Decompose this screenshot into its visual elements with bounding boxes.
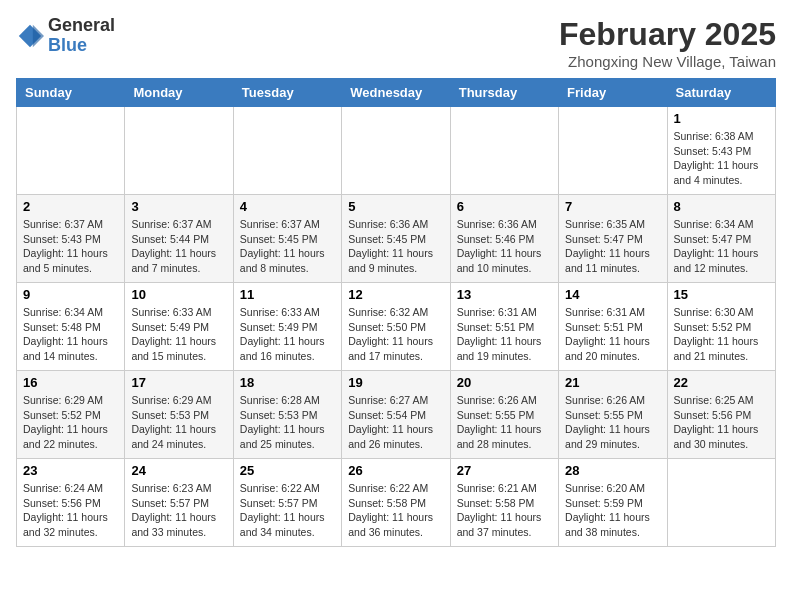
calendar-cell: 27 Sunrise: 6:21 AMSunset: 5:58 PMDaylig… <box>450 459 558 547</box>
day-number: 27 <box>457 463 552 478</box>
calendar-cell <box>559 107 667 195</box>
day-info: Sunrise: 6:30 AMSunset: 5:52 PMDaylight:… <box>674 306 759 362</box>
weekday-header-row: SundayMondayTuesdayWednesdayThursdayFrid… <box>17 79 776 107</box>
day-info: Sunrise: 6:23 AMSunset: 5:57 PMDaylight:… <box>131 482 216 538</box>
day-number: 17 <box>131 375 226 390</box>
calendar-cell: 4 Sunrise: 6:37 AMSunset: 5:45 PMDayligh… <box>233 195 341 283</box>
calendar-cell <box>342 107 450 195</box>
day-info: Sunrise: 6:26 AMSunset: 5:55 PMDaylight:… <box>565 394 650 450</box>
weekday-header-saturday: Saturday <box>667 79 775 107</box>
calendar-cell: 28 Sunrise: 6:20 AMSunset: 5:59 PMDaylig… <box>559 459 667 547</box>
day-info: Sunrise: 6:21 AMSunset: 5:58 PMDaylight:… <box>457 482 542 538</box>
day-info: Sunrise: 6:27 AMSunset: 5:54 PMDaylight:… <box>348 394 433 450</box>
day-number: 5 <box>348 199 443 214</box>
calendar-cell: 21 Sunrise: 6:26 AMSunset: 5:55 PMDaylig… <box>559 371 667 459</box>
day-number: 19 <box>348 375 443 390</box>
logo-icon <box>16 22 44 50</box>
svg-marker-1 <box>33 25 44 47</box>
calendar-cell: 25 Sunrise: 6:22 AMSunset: 5:57 PMDaylig… <box>233 459 341 547</box>
day-number: 23 <box>23 463 118 478</box>
day-info: Sunrise: 6:22 AMSunset: 5:57 PMDaylight:… <box>240 482 325 538</box>
day-info: Sunrise: 6:31 AMSunset: 5:51 PMDaylight:… <box>565 306 650 362</box>
weekday-header-thursday: Thursday <box>450 79 558 107</box>
day-number: 26 <box>348 463 443 478</box>
calendar-cell: 8 Sunrise: 6:34 AMSunset: 5:47 PMDayligh… <box>667 195 775 283</box>
day-info: Sunrise: 6:33 AMSunset: 5:49 PMDaylight:… <box>131 306 216 362</box>
calendar-cell: 16 Sunrise: 6:29 AMSunset: 5:52 PMDaylig… <box>17 371 125 459</box>
day-info: Sunrise: 6:35 AMSunset: 5:47 PMDaylight:… <box>565 218 650 274</box>
weekday-header-wednesday: Wednesday <box>342 79 450 107</box>
day-info: Sunrise: 6:37 AMSunset: 5:43 PMDaylight:… <box>23 218 108 274</box>
calendar-cell: 10 Sunrise: 6:33 AMSunset: 5:49 PMDaylig… <box>125 283 233 371</box>
day-info: Sunrise: 6:36 AMSunset: 5:46 PMDaylight:… <box>457 218 542 274</box>
day-number: 22 <box>674 375 769 390</box>
calendar-cell: 23 Sunrise: 6:24 AMSunset: 5:56 PMDaylig… <box>17 459 125 547</box>
day-info: Sunrise: 6:37 AMSunset: 5:44 PMDaylight:… <box>131 218 216 274</box>
day-info: Sunrise: 6:34 AMSunset: 5:47 PMDaylight:… <box>674 218 759 274</box>
day-number: 18 <box>240 375 335 390</box>
calendar-cell: 7 Sunrise: 6:35 AMSunset: 5:47 PMDayligh… <box>559 195 667 283</box>
title-section: February 2025 Zhongxing New Village, Tai… <box>559 16 776 70</box>
calendar-week-5: 23 Sunrise: 6:24 AMSunset: 5:56 PMDaylig… <box>17 459 776 547</box>
day-number: 25 <box>240 463 335 478</box>
day-number: 7 <box>565 199 660 214</box>
day-number: 2 <box>23 199 118 214</box>
calendar-cell: 3 Sunrise: 6:37 AMSunset: 5:44 PMDayligh… <box>125 195 233 283</box>
location-subtitle: Zhongxing New Village, Taiwan <box>559 53 776 70</box>
calendar-cell: 15 Sunrise: 6:30 AMSunset: 5:52 PMDaylig… <box>667 283 775 371</box>
day-info: Sunrise: 6:22 AMSunset: 5:58 PMDaylight:… <box>348 482 433 538</box>
calendar-cell: 6 Sunrise: 6:36 AMSunset: 5:46 PMDayligh… <box>450 195 558 283</box>
calendar-cell: 22 Sunrise: 6:25 AMSunset: 5:56 PMDaylig… <box>667 371 775 459</box>
weekday-header-monday: Monday <box>125 79 233 107</box>
day-number: 10 <box>131 287 226 302</box>
calendar-cell: 20 Sunrise: 6:26 AMSunset: 5:55 PMDaylig… <box>450 371 558 459</box>
calendar-cell: 18 Sunrise: 6:28 AMSunset: 5:53 PMDaylig… <box>233 371 341 459</box>
day-number: 4 <box>240 199 335 214</box>
calendar-cell: 13 Sunrise: 6:31 AMSunset: 5:51 PMDaylig… <box>450 283 558 371</box>
page-header: General Blue February 2025 Zhongxing New… <box>16 16 776 70</box>
day-info: Sunrise: 6:32 AMSunset: 5:50 PMDaylight:… <box>348 306 433 362</box>
logo-blue: Blue <box>48 36 115 56</box>
day-info: Sunrise: 6:34 AMSunset: 5:48 PMDaylight:… <box>23 306 108 362</box>
day-number: 16 <box>23 375 118 390</box>
day-number: 6 <box>457 199 552 214</box>
day-info: Sunrise: 6:20 AMSunset: 5:59 PMDaylight:… <box>565 482 650 538</box>
day-info: Sunrise: 6:25 AMSunset: 5:56 PMDaylight:… <box>674 394 759 450</box>
calendar-cell: 11 Sunrise: 6:33 AMSunset: 5:49 PMDaylig… <box>233 283 341 371</box>
day-info: Sunrise: 6:29 AMSunset: 5:52 PMDaylight:… <box>23 394 108 450</box>
calendar-week-3: 9 Sunrise: 6:34 AMSunset: 5:48 PMDayligh… <box>17 283 776 371</box>
calendar-cell <box>450 107 558 195</box>
day-info: Sunrise: 6:37 AMSunset: 5:45 PMDaylight:… <box>240 218 325 274</box>
day-number: 15 <box>674 287 769 302</box>
day-number: 1 <box>674 111 769 126</box>
calendar-week-1: 1 Sunrise: 6:38 AMSunset: 5:43 PMDayligh… <box>17 107 776 195</box>
weekday-header-friday: Friday <box>559 79 667 107</box>
calendar-cell: 19 Sunrise: 6:27 AMSunset: 5:54 PMDaylig… <box>342 371 450 459</box>
day-number: 20 <box>457 375 552 390</box>
calendar-week-4: 16 Sunrise: 6:29 AMSunset: 5:52 PMDaylig… <box>17 371 776 459</box>
weekday-header-tuesday: Tuesday <box>233 79 341 107</box>
day-number: 24 <box>131 463 226 478</box>
day-number: 12 <box>348 287 443 302</box>
calendar-cell: 5 Sunrise: 6:36 AMSunset: 5:45 PMDayligh… <box>342 195 450 283</box>
calendar-cell <box>17 107 125 195</box>
calendar-week-2: 2 Sunrise: 6:37 AMSunset: 5:43 PMDayligh… <box>17 195 776 283</box>
day-number: 21 <box>565 375 660 390</box>
calendar-cell: 17 Sunrise: 6:29 AMSunset: 5:53 PMDaylig… <box>125 371 233 459</box>
month-title: February 2025 <box>559 16 776 53</box>
day-info: Sunrise: 6:24 AMSunset: 5:56 PMDaylight:… <box>23 482 108 538</box>
logo: General Blue <box>16 16 115 56</box>
calendar-cell <box>667 459 775 547</box>
day-number: 11 <box>240 287 335 302</box>
calendar-cell <box>125 107 233 195</box>
day-number: 13 <box>457 287 552 302</box>
day-info: Sunrise: 6:36 AMSunset: 5:45 PMDaylight:… <box>348 218 433 274</box>
calendar-cell: 26 Sunrise: 6:22 AMSunset: 5:58 PMDaylig… <box>342 459 450 547</box>
weekday-header-sunday: Sunday <box>17 79 125 107</box>
day-info: Sunrise: 6:26 AMSunset: 5:55 PMDaylight:… <box>457 394 542 450</box>
calendar-table: SundayMondayTuesdayWednesdayThursdayFrid… <box>16 78 776 547</box>
calendar-cell: 14 Sunrise: 6:31 AMSunset: 5:51 PMDaylig… <box>559 283 667 371</box>
calendar-cell: 24 Sunrise: 6:23 AMSunset: 5:57 PMDaylig… <box>125 459 233 547</box>
calendar-cell: 12 Sunrise: 6:32 AMSunset: 5:50 PMDaylig… <box>342 283 450 371</box>
day-info: Sunrise: 6:31 AMSunset: 5:51 PMDaylight:… <box>457 306 542 362</box>
